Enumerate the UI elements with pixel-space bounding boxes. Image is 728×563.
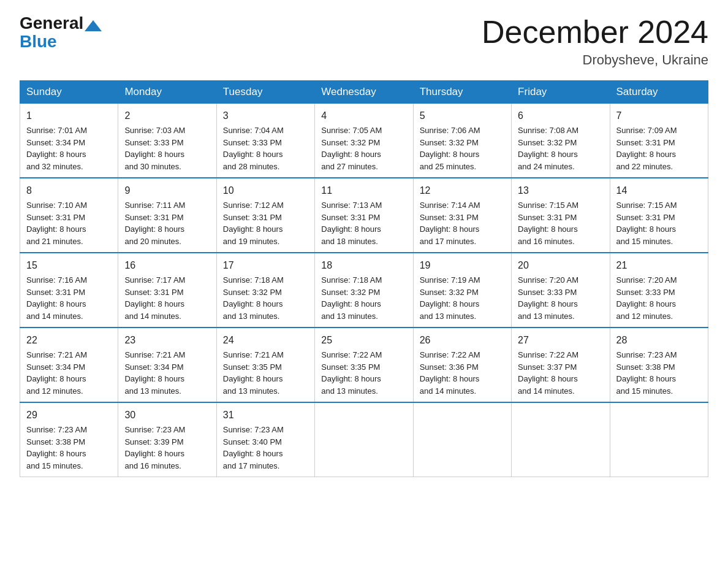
- day-number: 16: [124, 258, 210, 273]
- title-section: December 2024 Drobysheve, Ukraine: [482, 15, 708, 68]
- day-number: 28: [616, 333, 702, 348]
- sunrise-text: Sunrise: 7:21 AM: [124, 350, 185, 359]
- day-number: 25: [321, 333, 406, 348]
- daylight-minutes-text: and 15 minutes.: [616, 386, 673, 396]
- daylight-text: Daylight: 8 hours: [223, 374, 283, 383]
- daylight-minutes-text: and 13 minutes.: [321, 386, 378, 396]
- calendar-header-row: SundayMondayTuesdayWednesdayThursdayFrid…: [20, 81, 708, 104]
- sunrise-text: Sunrise: 7:04 AM: [223, 126, 284, 135]
- calendar-week-row: 8 Sunrise: 7:10 AM Sunset: 3:31 PM Dayli…: [20, 178, 708, 253]
- sunrise-text: Sunrise: 7:15 AM: [518, 201, 578, 210]
- calendar-week-row: 29 Sunrise: 7:23 AM Sunset: 3:38 PM Dayl…: [20, 402, 708, 477]
- calendar-day-cell: [315, 402, 413, 477]
- calendar-day-cell: [610, 402, 708, 477]
- sunset-text: Sunset: 3:32 PM: [321, 288, 380, 297]
- day-number: 14: [616, 183, 702, 198]
- day-number: 20: [518, 258, 603, 273]
- calendar-week-row: 22 Sunrise: 7:21 AM Sunset: 3:34 PM Dayl…: [20, 327, 708, 402]
- daylight-minutes-text: and 19 minutes.: [223, 237, 280, 246]
- sunset-text: Sunset: 3:31 PM: [124, 288, 183, 297]
- daylight-minutes-text: and 25 minutes.: [420, 162, 477, 171]
- daylight-minutes-text: and 21 minutes.: [26, 237, 83, 246]
- sunset-text: Sunset: 3:31 PM: [518, 213, 577, 222]
- calendar-day-cell: 13 Sunrise: 7:15 AM Sunset: 3:31 PM Dayl…: [512, 178, 610, 253]
- day-of-week-header: Monday: [118, 81, 216, 104]
- daylight-text: Daylight: 8 hours: [124, 299, 184, 308]
- sunrise-text: Sunrise: 7:19 AM: [420, 275, 480, 285]
- calendar-day-cell: 30 Sunrise: 7:23 AM Sunset: 3:39 PM Dayl…: [118, 402, 216, 477]
- calendar-day-cell: 31 Sunrise: 7:23 AM Sunset: 3:40 PM Dayl…: [216, 402, 314, 477]
- calendar-day-cell: 22 Sunrise: 7:21 AM Sunset: 3:34 PM Dayl…: [20, 327, 118, 402]
- day-number: 6: [518, 109, 603, 123]
- logo-general-text: General: [20, 15, 83, 32]
- day-number: 29: [26, 408, 112, 423]
- calendar-day-cell: 20 Sunrise: 7:20 AM Sunset: 3:33 PM Dayl…: [512, 253, 610, 327]
- calendar-day-cell: 25 Sunrise: 7:22 AM Sunset: 3:35 PM Dayl…: [315, 327, 413, 402]
- day-number: 3: [223, 109, 308, 123]
- sunrise-text: Sunrise: 7:23 AM: [26, 425, 87, 434]
- sunset-text: Sunset: 3:38 PM: [26, 437, 85, 446]
- calendar-day-cell: 18 Sunrise: 7:18 AM Sunset: 3:32 PM Dayl…: [315, 253, 413, 327]
- day-of-week-header: Tuesday: [216, 81, 314, 104]
- logo: General Blue: [20, 15, 103, 52]
- sunset-text: Sunset: 3:31 PM: [616, 213, 675, 222]
- day-number: 4: [321, 109, 406, 123]
- day-number: 22: [26, 333, 112, 348]
- sunrise-text: Sunrise: 7:23 AM: [616, 350, 677, 359]
- sunset-text: Sunset: 3:35 PM: [223, 362, 282, 372]
- daylight-text: Daylight: 8 hours: [26, 374, 86, 383]
- calendar-day-cell: 9 Sunrise: 7:11 AM Sunset: 3:31 PM Dayli…: [118, 178, 216, 253]
- daylight-text: Daylight: 8 hours: [420, 224, 480, 234]
- sunrise-text: Sunrise: 7:22 AM: [321, 350, 382, 359]
- daylight-text: Daylight: 8 hours: [321, 224, 381, 234]
- daylight-text: Daylight: 8 hours: [26, 449, 86, 458]
- sunrise-text: Sunrise: 7:12 AM: [223, 201, 284, 210]
- sunset-text: Sunset: 3:32 PM: [223, 288, 282, 297]
- daylight-minutes-text: and 16 minutes.: [124, 461, 181, 470]
- sunset-text: Sunset: 3:40 PM: [223, 437, 282, 446]
- sunset-text: Sunset: 3:34 PM: [26, 138, 85, 147]
- sunrise-text: Sunrise: 7:21 AM: [26, 350, 87, 359]
- sunset-text: Sunset: 3:31 PM: [26, 288, 85, 297]
- calendar-table: SundayMondayTuesdayWednesdayThursdayFrid…: [20, 80, 708, 477]
- calendar-day-cell: [512, 402, 610, 477]
- daylight-minutes-text: and 30 minutes.: [124, 162, 181, 171]
- calendar-day-cell: 6 Sunrise: 7:08 AM Sunset: 3:32 PM Dayli…: [512, 104, 610, 178]
- daylight-text: Daylight: 8 hours: [518, 150, 578, 159]
- month-year-title: December 2024: [482, 15, 708, 50]
- sunrise-text: Sunrise: 7:21 AM: [223, 350, 284, 359]
- day-number: 27: [518, 333, 603, 348]
- day-number: 9: [124, 183, 210, 198]
- day-of-week-header: Thursday: [413, 81, 511, 104]
- sunrise-text: Sunrise: 7:23 AM: [223, 425, 284, 434]
- calendar-week-row: 1 Sunrise: 7:01 AM Sunset: 3:34 PM Dayli…: [20, 104, 708, 178]
- daylight-minutes-text: and 13 minutes.: [321, 312, 378, 321]
- daylight-minutes-text: and 15 minutes.: [616, 237, 673, 246]
- calendar-day-cell: 26 Sunrise: 7:22 AM Sunset: 3:36 PM Dayl…: [413, 327, 511, 402]
- calendar-day-cell: 21 Sunrise: 7:20 AM Sunset: 3:33 PM Dayl…: [610, 253, 708, 327]
- calendar-day-cell: 23 Sunrise: 7:21 AM Sunset: 3:34 PM Dayl…: [118, 327, 216, 402]
- daylight-minutes-text: and 28 minutes.: [223, 162, 280, 171]
- logo-triangle-icon: [85, 20, 102, 31]
- calendar-day-cell: 17 Sunrise: 7:18 AM Sunset: 3:32 PM Dayl…: [216, 253, 314, 327]
- calendar-day-cell: 28 Sunrise: 7:23 AM Sunset: 3:38 PM Dayl…: [610, 327, 708, 402]
- sunset-text: Sunset: 3:31 PM: [223, 213, 282, 222]
- sunset-text: Sunset: 3:32 PM: [420, 138, 479, 147]
- daylight-minutes-text: and 14 minutes.: [518, 386, 575, 396]
- sunset-text: Sunset: 3:37 PM: [518, 362, 577, 372]
- sunrise-text: Sunrise: 7:23 AM: [124, 425, 185, 434]
- daylight-minutes-text: and 32 minutes.: [26, 162, 83, 171]
- daylight-text: Daylight: 8 hours: [124, 374, 184, 383]
- calendar-day-cell: 2 Sunrise: 7:03 AM Sunset: 3:33 PM Dayli…: [118, 104, 216, 178]
- daylight-text: Daylight: 8 hours: [616, 224, 677, 234]
- calendar-week-row: 15 Sunrise: 7:16 AM Sunset: 3:31 PM Dayl…: [20, 253, 708, 327]
- daylight-text: Daylight: 8 hours: [223, 449, 283, 458]
- day-number: 8: [26, 183, 112, 198]
- day-number: 13: [518, 183, 603, 198]
- daylight-minutes-text: and 13 minutes.: [223, 312, 280, 321]
- sunrise-text: Sunrise: 7:03 AM: [124, 126, 185, 135]
- daylight-text: Daylight: 8 hours: [124, 224, 184, 234]
- daylight-text: Daylight: 8 hours: [26, 150, 86, 159]
- day-number: 21: [616, 258, 702, 273]
- daylight-minutes-text: and 13 minutes.: [223, 386, 280, 396]
